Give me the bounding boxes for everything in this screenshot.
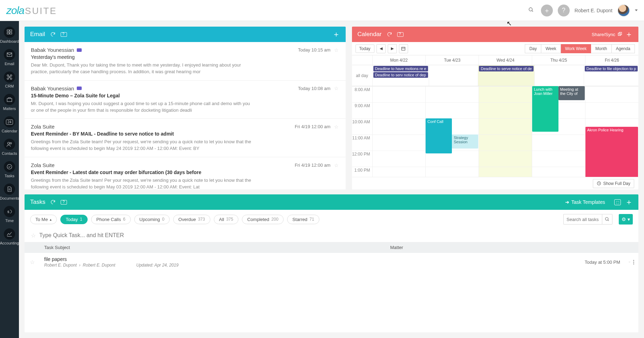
calendar-view-day[interactable]: Day (525, 44, 541, 53)
calendar-cell[interactable] (479, 102, 532, 118)
calendar-cell[interactable] (479, 134, 532, 151)
calendar-share-button[interactable]: Share/Sync (592, 32, 622, 37)
calendar-popout-icon[interactable] (397, 32, 404, 37)
calendar-cell[interactable] (425, 86, 479, 102)
calendar-cell[interactable] (372, 102, 426, 118)
filter-phone[interactable]: Phone Calls 6 (91, 215, 131, 224)
calendar-event[interactable]: Strategy Session (452, 134, 478, 149)
calendar-allday-event[interactable]: Deadline to serv notice of dep (373, 72, 428, 78)
calendar-cell[interactable] (532, 134, 585, 151)
filter-starred[interactable]: Starred 71 (287, 215, 319, 224)
task-star-icon[interactable]: ☆ (25, 259, 40, 265)
email-star-icon[interactable]: ☆ (334, 163, 339, 168)
calendar-time-grid[interactable]: 8:00 AM9:00 AM10:00 AM11:00 AM12:00 PM1:… (352, 86, 638, 177)
nav-crm[interactable]: CRM (0, 69, 19, 91)
calendar-allday-event[interactable]: Deadline to have motions re e (373, 66, 428, 71)
user-avatar[interactable] (617, 4, 630, 17)
calendar-cell[interactable] (479, 167, 532, 177)
brand-logo[interactable]: zola SUITE (6, 5, 57, 16)
email-star-icon[interactable]: ☆ (334, 47, 339, 53)
calendar-cell[interactable] (585, 102, 638, 118)
filter-completed[interactable]: Completed 200 (242, 215, 284, 224)
allday-cell-1[interactable] (429, 65, 478, 86)
nav-time[interactable]: $ Time (0, 204, 19, 226)
calendar-cell[interactable] (479, 118, 532, 134)
calendar-date-picker-icon[interactable] (399, 44, 408, 53)
calendar-cell[interactable] (425, 102, 479, 118)
calendar-cell[interactable] (532, 167, 585, 177)
global-search-icon[interactable] (526, 6, 536, 14)
calendar-cell[interactable] (372, 134, 426, 151)
email-item[interactable]: Zola Suite Fri 4/19 12:00 am ☆ Event Rem… (25, 157, 346, 189)
email-star-icon[interactable]: ☆ (334, 85, 339, 91)
calendar-cell[interactable] (479, 151, 532, 167)
nav-email[interactable]: Email (0, 47, 19, 69)
add-button[interactable]: ＋ (541, 5, 553, 16)
calendar-refresh-icon[interactable] (387, 32, 392, 37)
user-menu-caret-icon[interactable] (635, 9, 638, 11)
calendar-cell[interactable] (372, 167, 426, 177)
tasks-popout-icon[interactable] (61, 200, 67, 205)
calendar-cell[interactable] (479, 86, 532, 102)
calendar-cell[interactable] (372, 151, 426, 167)
nav-calendar[interactable]: 24 Calendar (0, 114, 19, 136)
task-templates-button[interactable]: ➜ Task Templates (565, 199, 605, 205)
tasks-settings-button[interactable]: ⚙ ▾ (619, 214, 633, 225)
calendar-add-button[interactable]: ＋ (625, 29, 633, 40)
calendar-view-workweek[interactable]: Work Week (561, 44, 591, 53)
tasks-export-icon[interactable]: ⬚ (614, 199, 621, 205)
allday-cell-2[interactable]: Deadline to serve notice of de (478, 65, 534, 86)
allday-cell-4[interactable]: Deadline to file objection to p (584, 65, 638, 86)
tasks-refresh-icon[interactable] (50, 199, 56, 205)
tasks-add-button[interactable]: ＋ (625, 197, 633, 207)
allday-cell-3[interactable] (534, 65, 584, 86)
filter-today[interactable]: Today 1 (60, 215, 87, 224)
nav-tasks[interactable]: Tasks (0, 159, 19, 181)
col-subject[interactable]: Task Subject (40, 245, 386, 250)
show-full-day-button[interactable]: Show Full Day (593, 179, 634, 188)
calendar-event[interactable]: Akron Police Hearing (585, 127, 638, 177)
calendar-event[interactable]: Meeting at the City of (558, 86, 585, 100)
task-search-button[interactable] (602, 214, 612, 225)
email-item[interactable]: Babak Younessian Today 10:08 am ☆ 15-Min… (25, 81, 346, 119)
calendar-allday-event[interactable]: Deadline to serve notice of de (479, 66, 534, 71)
calendar-event[interactable]: Conf Call (426, 118, 452, 153)
calendar-cell[interactable] (532, 151, 585, 167)
filter-overdue[interactable]: Overdue 373 (173, 215, 210, 224)
help-button[interactable]: ? (558, 5, 570, 16)
filter-all[interactable]: All 375 (214, 215, 238, 224)
email-refresh-icon[interactable] (50, 32, 56, 37)
calendar-cell[interactable] (585, 86, 638, 102)
allday-cell-0[interactable]: Deadline to have motions re eDeadline to… (372, 65, 429, 86)
calendar-view-agenda[interactable]: Agenda (612, 44, 635, 53)
calendar-cell[interactable] (425, 167, 479, 177)
email-item[interactable]: Babak Younessian Today 10:15 am ☆ Yester… (25, 42, 346, 81)
nav-matters[interactable]: Matters (0, 92, 19, 113)
calendar-cell[interactable] (372, 118, 426, 134)
filter-upcoming[interactable]: Upcoming 0 (134, 215, 170, 224)
quick-task-star-icon[interactable]: ☆ (31, 232, 36, 239)
filter-tome[interactable]: To Me ▴ (30, 215, 57, 224)
col-matter[interactable]: Matter (386, 245, 568, 250)
nav-contacts[interactable]: Contacts (0, 137, 19, 158)
email-add-button[interactable]: ＋ (332, 29, 340, 40)
email-popout-icon[interactable] (61, 32, 67, 37)
calendar-view-month[interactable]: Month (591, 44, 611, 53)
calendar-next-button[interactable]: ▶ (388, 44, 397, 53)
task-row-actions[interactable] (624, 259, 638, 265)
email-item[interactable]: Zola Suite Fri 4/19 12:00 am ☆ Event Rem… (25, 119, 346, 157)
nav-accounting[interactable]: Accounting (0, 226, 19, 248)
nav-dashboard[interactable]: Dashboard (0, 25, 19, 46)
calendar-allday-event[interactable]: Deadline to file objection to p (585, 66, 638, 71)
calendar-cell[interactable] (372, 86, 426, 102)
calendar-today-button[interactable]: Today (355, 44, 374, 53)
quick-task-input[interactable] (39, 232, 632, 239)
email-star-icon[interactable]: ☆ (334, 124, 339, 130)
task-search-input[interactable] (563, 214, 602, 225)
calendar-event[interactable]: Lunch with Joan Miller (532, 86, 558, 132)
calendar-view-week[interactable]: Week (541, 44, 561, 53)
task-row[interactable]: ☆ file papers Robert E. Dupont › Robert … (25, 253, 638, 271)
email-list[interactable]: Babak Younessian Today 10:15 am ☆ Yester… (25, 42, 346, 189)
nav-documents[interactable]: Documents (0, 181, 19, 203)
calendar-prev-button[interactable]: ◀ (377, 44, 386, 53)
